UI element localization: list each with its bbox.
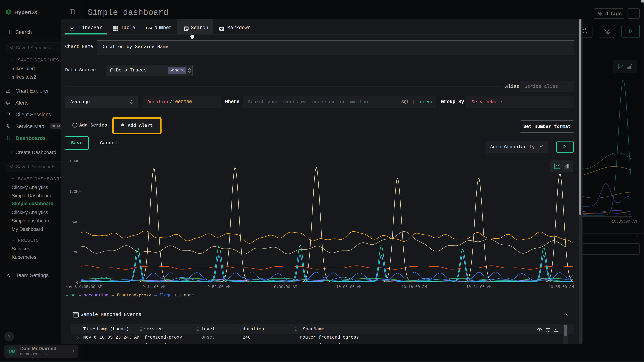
svg-text:400: 400 <box>72 250 78 254</box>
svg-text:10:24:00 AM: 10:24:00 AM <box>466 285 492 289</box>
svg-text:1.2K: 1.2K <box>70 189 78 194</box>
svg-text:10:00:00 AM: 10:00:00 AM <box>272 285 297 289</box>
svg-text:1.6K: 1.6K <box>70 160 78 163</box>
svg-text:10:35:00 AM: 10:35:00 AM <box>548 285 574 289</box>
svg-text:Nov 6 9:35:00 AM: Nov 6 9:35:00 AM <box>66 285 102 289</box>
svg-text:10:08:00 AM: 10:08:00 AM <box>336 285 362 289</box>
svg-text:9:52:00 AM: 9:52:00 AM <box>207 285 230 289</box>
svg-text:800: 800 <box>72 220 78 224</box>
svg-text:9:44:00 AM: 9:44:00 AM <box>142 285 166 289</box>
svg-text:10:16:00 AM: 10:16:00 AM <box>402 285 427 289</box>
svg-text:0: 0 <box>76 281 78 285</box>
